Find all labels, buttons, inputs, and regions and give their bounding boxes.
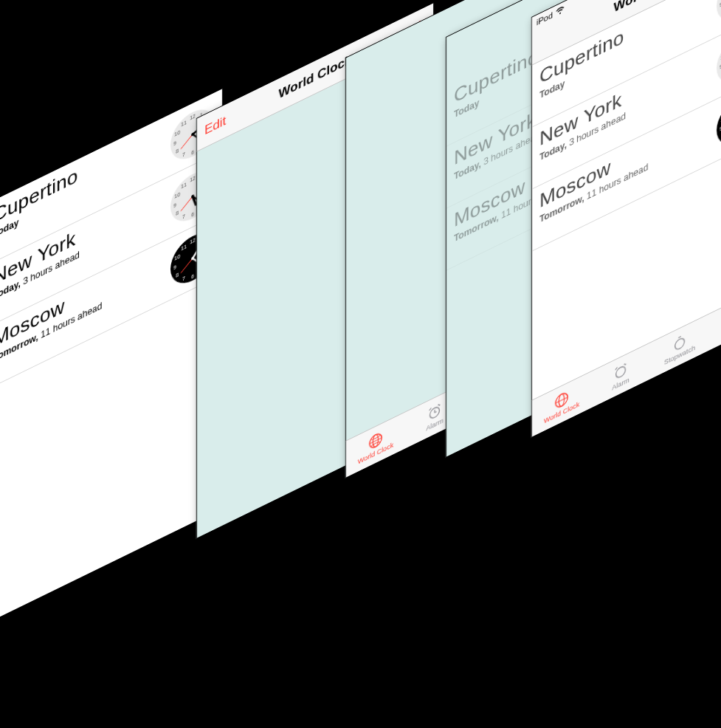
svg-line-57 bbox=[430, 408, 432, 411]
clock-icon: 345678910111212 bbox=[715, 0, 721, 30]
tab-alarm[interactable]: Alarm bbox=[591, 343, 650, 408]
tab-stopwatch[interactable]: Stopwatch bbox=[650, 314, 709, 379]
edit-button[interactable]: Edit bbox=[204, 113, 226, 138]
svg-point-119 bbox=[616, 365, 626, 379]
svg-line-123 bbox=[678, 337, 681, 338]
city-list: Cupertino Today 345678910111212 New York… bbox=[0, 89, 222, 390]
svg-line-120 bbox=[615, 367, 618, 370]
svg-line-121 bbox=[624, 363, 627, 366]
rendered-view: iPod 2:23 PM ⚡ World Clock Cupertino Tod… bbox=[531, 0, 721, 438]
svg-line-58 bbox=[438, 404, 441, 407]
tab-world-clock[interactable]: World Clock bbox=[346, 412, 405, 477]
tab-bar: World Clock Alarm Stopwatch Timer bbox=[532, 284, 721, 436]
tab-world-clock[interactable]: World Clock bbox=[532, 371, 591, 436]
content-view-layer: Cupertino Today 345678910111212 New York… bbox=[0, 88, 223, 625]
tab-timer[interactable]: Timer bbox=[709, 285, 721, 350]
